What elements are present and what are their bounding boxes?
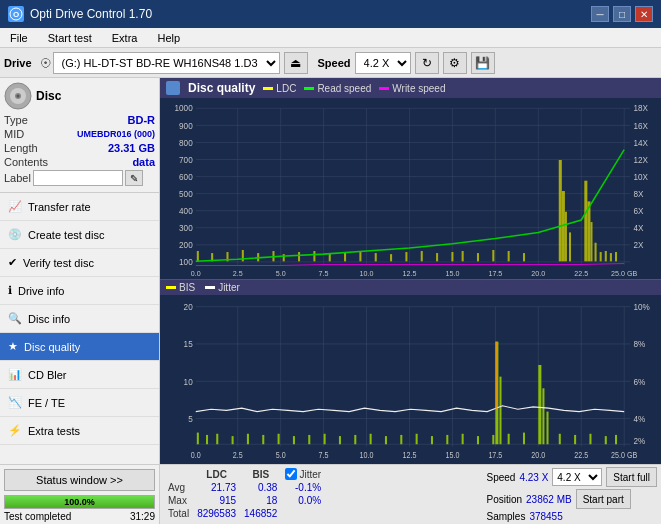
drive-select[interactable]: (G:) HL-DT-ST BD-RE WH16NS48 1.D3 [53,52,280,74]
chart-header: Disc quality LDC Read speed Write speed [160,78,661,98]
bottom-chart-svg: 20 15 10 5 10% 8% 6% 4% 2% [160,295,661,464]
sidebar-item-cd-bler[interactable]: 📊 CD Bler [0,361,159,389]
fe-te-label: FE / TE [28,397,65,409]
eject-button[interactable]: ⏏ [284,52,308,74]
settings-button[interactable]: ⚙ [443,52,467,74]
jitter-checkbox[interactable] [285,468,297,480]
label-edit-button[interactable]: ✎ [125,170,143,186]
svg-text:17.5: 17.5 [488,269,502,278]
save-button[interactable]: 💾 [471,52,495,74]
svg-text:6X: 6X [633,207,644,216]
svg-text:15.0: 15.0 [445,451,459,461]
close-button[interactable]: ✕ [635,6,653,22]
create-disc-label: Create test disc [28,229,104,241]
svg-rect-70 [390,254,392,261]
jitter-checkbox-label[interactable]: Jitter [285,468,321,480]
svg-rect-71 [405,252,407,261]
write-speed-legend-dot [379,87,389,90]
svg-rect-150 [523,433,525,445]
svg-rect-64 [298,252,300,261]
disc-contents-row: Contents data [4,156,155,168]
svg-text:20: 20 [184,302,193,313]
menu-help[interactable]: Help [151,31,186,45]
speed-select[interactable]: 4.2 X [355,52,411,74]
bis-legend-label: BIS [179,282,195,293]
length-label: Length [4,142,38,154]
sidebar-item-disc-quality[interactable]: ★ Disc quality [0,333,159,361]
svg-rect-133 [262,435,264,444]
svg-rect-73 [436,253,438,261]
chart-header-icon [166,81,180,95]
disc-mid-row: MID UMEBDR016 (000) [4,128,155,140]
position-value: 23862 MB [526,494,572,505]
svg-text:10.0: 10.0 [360,451,374,461]
cd-bler-icon: 📊 [8,368,22,381]
svg-rect-128 [197,433,199,445]
disc-info-icon: 🔍 [8,312,22,325]
type-label: Type [4,114,28,126]
svg-rect-92 [160,295,661,464]
window-controls: ─ □ ✕ [591,6,653,22]
svg-rect-78 [508,251,510,261]
disc-label-row: Label ✎ [4,170,155,186]
status-window-button[interactable]: Status window >> [4,469,155,491]
svg-rect-144 [431,436,433,444]
menu-extra[interactable]: Extra [106,31,144,45]
read-speed-legend-label: Read speed [317,83,371,94]
svg-text:100: 100 [179,258,193,267]
svg-rect-157 [574,435,576,444]
disc-quality-label: Disc quality [24,341,80,353]
start-full-button[interactable]: Start full [606,467,657,487]
svg-rect-90 [610,253,612,261]
stats-footer: LDC BIS Jitter Avg 21.73 0.38 -0.1% [160,464,661,524]
cd-bler-label: CD Bler [28,369,67,381]
title-bar-left: O Opti Drive Control 1.70 [8,6,152,22]
svg-rect-137 [324,434,326,444]
jitter-header: Jitter [299,469,321,480]
svg-rect-156 [559,434,561,444]
svg-text:25.0 GB: 25.0 GB [611,451,637,461]
svg-rect-136 [308,435,310,444]
svg-rect-88 [600,252,602,261]
progress-bar-container: 100.0% [4,495,155,509]
main-content: Disc Type BD-R MID UMEBDR016 (000) Lengt… [0,78,661,524]
stats-speed-select[interactable]: 4.2 X [552,468,602,486]
disc-title: Disc [36,89,61,103]
chart-container: 1000 900 800 700 600 500 400 300 200 100… [160,98,661,464]
svg-text:10.0: 10.0 [360,269,374,278]
samples-row: Samples 378455 [486,511,657,522]
maximize-button[interactable]: □ [613,6,631,22]
svg-rect-145 [446,435,448,444]
refresh-button[interactable]: ↻ [415,52,439,74]
speed-label: Speed [318,57,351,69]
svg-rect-86 [590,222,592,261]
sidebar-item-drive-info[interactable]: ℹ Drive info [0,277,159,305]
sidebar-item-verify-test-disc[interactable]: ✔ Verify test disc [0,249,159,277]
menu-start-test[interactable]: Start test [42,31,98,45]
start-part-button[interactable]: Start part [576,489,631,509]
svg-rect-80 [559,160,562,261]
mid-value: UMEBDR016 (000) [77,129,155,139]
minimize-button[interactable]: ─ [591,6,609,22]
sidebar-item-fe-te[interactable]: 📉 FE / TE [0,389,159,417]
sidebar-item-transfer-rate[interactable]: 📈 Transfer rate [0,193,159,221]
ldc-legend-dot [263,87,273,90]
jitter-legend-dot [205,286,215,289]
avg-ldc: 21.73 [193,481,240,494]
svg-text:20.0: 20.0 [531,451,545,461]
disc-info-label: Disc info [28,313,70,325]
sidebar-item-extra-tests[interactable]: ⚡ Extra tests [0,417,159,445]
menu-file[interactable]: File [4,31,34,45]
ldc-legend-label: LDC [276,83,296,94]
sidebar-item-disc-info[interactable]: 🔍 Disc info [0,305,159,333]
label-input[interactable] [33,170,123,186]
svg-text:4%: 4% [633,414,645,425]
legend-ldc: LDC [263,83,296,94]
sidebar-item-create-test-disc[interactable]: 💿 Create test disc [0,221,159,249]
drive-info-icon: ℹ [8,284,12,297]
type-value: BD-R [128,114,156,126]
svg-text:20.0: 20.0 [531,269,545,278]
max-bis: 18 [240,494,281,507]
right-panel: Disc quality LDC Read speed Write speed [160,78,661,524]
svg-text:8%: 8% [633,339,645,350]
